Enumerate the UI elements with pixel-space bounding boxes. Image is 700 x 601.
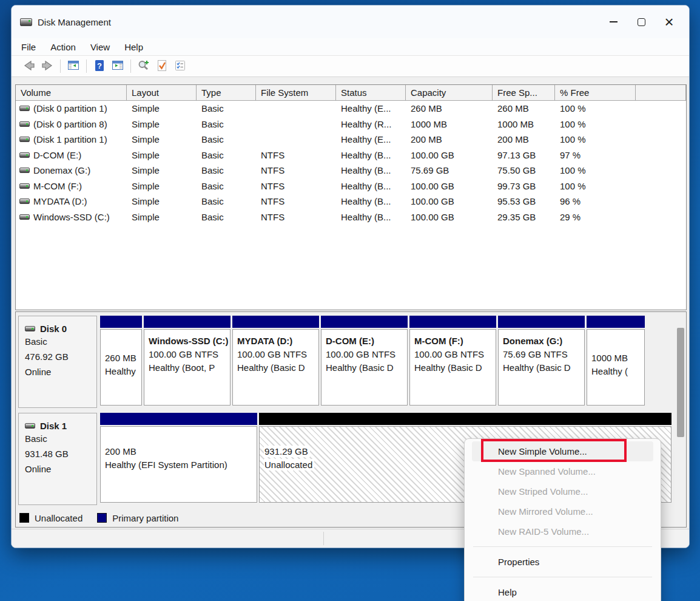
minimize-button[interactable] xyxy=(599,12,627,32)
show-console-tree-button[interactable] xyxy=(64,58,82,75)
red-annotation-box xyxy=(481,439,627,462)
disk-icon xyxy=(25,423,35,429)
partition-line2: Healthy (Basic D xyxy=(326,361,407,375)
back-arrow-button[interactable] xyxy=(20,58,38,75)
cell-file-system: NTFS xyxy=(256,209,336,225)
show-action-pane-button[interactable] xyxy=(109,58,127,75)
cell-type: Basic xyxy=(197,132,256,148)
maximize-button[interactable] xyxy=(627,12,655,32)
cell-status: Healthy (B... xyxy=(336,194,406,209)
disk-1-name-line: Disk 1 xyxy=(25,419,96,431)
partition[interactable]: 1000 MBHealthy ( xyxy=(587,316,645,406)
cell-file-system: NTFS xyxy=(256,178,336,194)
maximize-icon xyxy=(638,18,645,26)
menu-item-new-striped-volume: New Striped Volume... xyxy=(472,481,653,501)
cell-blank xyxy=(636,117,686,132)
volume-icon xyxy=(19,121,30,127)
forward-arrow-button[interactable] xyxy=(38,58,56,75)
refresh-magnifier-icon xyxy=(136,58,151,75)
help-button[interactable]: ? xyxy=(90,58,109,75)
cell-capacity: 75.69 GB xyxy=(406,163,493,178)
cell-capacity: 1000 MB xyxy=(406,117,493,132)
menu-item-properties[interactable]: Properties xyxy=(472,552,653,572)
partition[interactable]: MYDATA (D:)100.00 GB NTFSHealthy (Basic … xyxy=(232,316,319,406)
partition[interactable]: Windows-SSD (C:)100.00 GB NTFSHealthy (B… xyxy=(144,316,231,406)
checklist-button[interactable] xyxy=(171,58,189,75)
primary-color-bar xyxy=(321,316,408,328)
partition[interactable]: 260 MBHealthy xyxy=(100,316,142,406)
menu-item-help[interactable]: Help xyxy=(472,582,653,601)
column-header-status[interactable]: Status xyxy=(336,85,406,101)
volume-icon xyxy=(19,183,30,189)
partition[interactable]: 200 MBHealthy (EFI System Partition) xyxy=(100,413,257,503)
check-document-icon xyxy=(155,58,169,75)
volume-icon xyxy=(19,137,30,142)
primary-color-bar xyxy=(587,316,645,328)
column-header-type[interactable]: Type xyxy=(197,85,256,101)
volume-name: MYDATA (D:) xyxy=(33,194,87,209)
cell-type: Basic xyxy=(197,163,256,178)
column-header-layout[interactable]: Layout xyxy=(127,85,197,101)
primary-color-bar xyxy=(100,316,142,328)
scrollbar-thumb[interactable] xyxy=(677,328,684,437)
disk-status: Online xyxy=(25,364,96,379)
menu-help[interactable]: Help xyxy=(124,42,150,52)
close-button[interactable]: × xyxy=(655,12,683,32)
cell-free-space: 99.73 GB xyxy=(493,178,555,194)
menu-action[interactable]: Action xyxy=(50,42,83,52)
legend-label: Primary partition xyxy=(112,513,178,523)
menu-item-new-mirrored-volume: New Mirrored Volume... xyxy=(472,501,653,521)
check-document-button[interactable] xyxy=(153,58,171,75)
cell-pct-free: 100 % xyxy=(555,117,636,132)
volume-list-pane: VolumeLayoutTypeFile SystemStatusCapacit… xyxy=(15,84,687,310)
window-controls: × xyxy=(599,12,683,32)
column-header-volume[interactable]: Volume xyxy=(16,85,127,101)
partition-line2: Healthy (Basic D xyxy=(414,361,496,375)
menu-bar: FileActionViewHelp xyxy=(12,38,689,55)
volume-table-row[interactable]: MYDATA (D:) Simple Basic NTFS Healthy (B… xyxy=(16,194,686,209)
column-header-capacity[interactable]: Capacity xyxy=(406,85,493,101)
volume-table-row[interactable]: M-COM (F:) Simple Basic NTFS Healthy (B.… xyxy=(16,178,686,194)
partition[interactable]: D-COM (E:)100.00 GB NTFSHealthy (Basic D xyxy=(321,316,408,406)
menu-view[interactable]: View xyxy=(90,42,117,52)
cell-status: Healthy (E... xyxy=(336,101,406,117)
volume-table-header: VolumeLayoutTypeFile SystemStatusCapacit… xyxy=(16,85,686,101)
vertical-scrollbar[interactable] xyxy=(676,324,685,516)
column-header-blank[interactable] xyxy=(636,85,686,101)
volume-table-row[interactable]: Windows-SSD (C:) Simple Basic NTFS Healt… xyxy=(16,209,686,225)
cell-free-space: 29.35 GB xyxy=(493,209,555,225)
menu-separator xyxy=(473,546,652,547)
refresh-magnifier-button[interactable] xyxy=(135,58,153,75)
menu-file[interactable]: File xyxy=(21,42,43,52)
context-menu: New Simple Volume...New Spanned Volume..… xyxy=(464,438,661,601)
cell-layout: Simple xyxy=(127,101,197,117)
cell-file-system: NTFS xyxy=(256,194,336,209)
volume-name: (Disk 0 partition 1) xyxy=(33,101,107,117)
svg-text:?: ? xyxy=(97,61,102,70)
volume-icon xyxy=(19,152,30,158)
cell-pct-free: 100 % xyxy=(555,163,636,178)
volume-table-row[interactable]: Donemax (G:) Simple Basic NTFS Healthy (… xyxy=(16,163,686,178)
cell-type: Basic xyxy=(197,101,256,117)
cell-blank xyxy=(636,209,686,225)
cell-pct-free: 97 % xyxy=(555,148,636,163)
column-header-file-system[interactable]: File System xyxy=(256,85,336,101)
volume-table-row[interactable]: D-COM (E:) Simple Basic NTFS Healthy (B.… xyxy=(16,148,686,163)
column-header-free-sp-[interactable]: Free Sp... xyxy=(493,85,555,101)
disk-size: 476.92 GB xyxy=(25,349,96,364)
disk-0-partitions: 260 MBHealthyWindows-SSD (C:)100.00 GB N… xyxy=(100,316,647,406)
volume-table-row[interactable]: (Disk 0 partition 8) Simple Basic Health… xyxy=(16,117,686,132)
partition[interactable]: M-COM (F:)100.00 GB NTFSHealthy (Basic D xyxy=(409,316,496,406)
cell-file-system: NTFS xyxy=(256,148,336,163)
disk-0-label-panel[interactable]: Disk 0Basic476.92 GBOnline xyxy=(18,316,97,408)
cell-layout: Simple xyxy=(127,178,197,194)
cell-status: Healthy (B... xyxy=(336,178,406,194)
column-header--free[interactable]: % Free xyxy=(555,85,636,101)
disk-1-label-panel[interactable]: Disk 1Basic931.48 GBOnline xyxy=(18,413,97,505)
partition-title: Donemax (G:) xyxy=(503,334,584,348)
partition-line2: Healthy (Basic D xyxy=(503,361,584,375)
cell-free-space: 75.50 GB xyxy=(493,163,555,178)
partition[interactable]: Donemax (G:)75.69 GB NTFSHealthy (Basic … xyxy=(498,316,585,406)
volume-table-row[interactable]: (Disk 0 partition 1) Simple Basic Health… xyxy=(16,101,686,117)
volume-table-row[interactable]: (Disk 1 partition 1) Simple Basic Health… xyxy=(16,132,686,148)
